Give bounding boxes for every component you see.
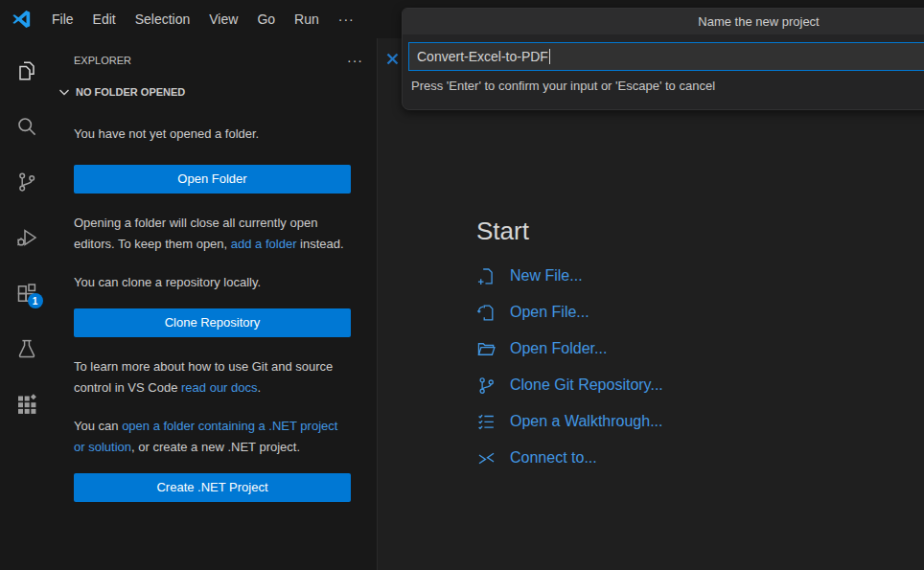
run-debug-icon[interactable]	[15, 226, 38, 249]
section-no-folder-opened[interactable]: NO FOLDER OPENED	[53, 84, 377, 100]
start-link-label: New File...	[510, 267, 583, 285]
start-walkthrough-link[interactable]: Open a Walkthrough...	[476, 403, 663, 440]
dotnet-note: You can open a folder containing a .NET …	[74, 416, 351, 458]
project-name-value: Convert-Excel-to-PDF	[417, 49, 548, 64]
start-link-label: Open File...	[510, 304, 589, 321]
apps-grid-icon[interactable]	[15, 393, 38, 416]
start-open-folder-link[interactable]: Open Folder...	[476, 331, 663, 367]
explorer-icon[interactable]	[15, 59, 38, 82]
start-link-label: Open a Walkthrough...	[510, 413, 663, 430]
walkthrough-icon	[476, 412, 497, 432]
sidebar-more-actions-icon[interactable]: ···	[347, 57, 363, 64]
menu-view[interactable]: View	[199, 7, 247, 32]
quick-input-dialog: Name the new project Convert-Excel-to-PD…	[402, 8, 924, 110]
menu-selection[interactable]: Selection	[126, 7, 200, 32]
tab-close-icon[interactable]	[386, 52, 399, 64]
project-name-input[interactable]: Convert-Excel-to-PDF	[408, 42, 924, 71]
open-folder-note: Opening a folder will close all currentl…	[74, 213, 351, 255]
start-open-file-link[interactable]: Open File...	[476, 294, 663, 331]
section-title: NO FOLDER OPENED	[76, 86, 185, 98]
explorer-sidebar: EXPLORER ··· NO FOLDER OPENED You have n…	[53, 38, 378, 570]
start-clone-git-link[interactable]: Clone Git Repository...	[476, 367, 663, 403]
add-a-folder-link[interactable]: add a folder	[231, 237, 297, 251]
extensions-icon[interactable]: 1	[15, 282, 38, 305]
chevron-down-icon	[57, 84, 72, 100]
clone-intro-text: You can clone a repository locally.	[74, 272, 351, 293]
start-link-label: Clone Git Repository...	[510, 376, 663, 394]
menu-more-icon[interactable]: ···	[329, 7, 364, 32]
create-dotnet-project-button[interactable]: Create .NET Project	[74, 473, 351, 502]
source-control-icon[interactable]	[15, 171, 38, 194]
extensions-badge: 1	[28, 293, 43, 308]
vscode-logo-icon	[0, 9, 42, 30]
git-docs-tail: .	[258, 380, 262, 395]
start-new-file-link[interactable]: New File...	[476, 258, 663, 294]
dialog-helper-text: Press 'Enter' to confirm your input or '…	[408, 71, 924, 93]
open-folder-note-tail: instead.	[296, 237, 343, 251]
open-file-icon	[476, 303, 497, 323]
menu-edit[interactable]: Edit	[83, 7, 126, 32]
git-branch-icon	[476, 376, 497, 396]
dotnet-tail: , or create a new .NET project.	[131, 440, 300, 454]
search-icon[interactable]	[15, 115, 38, 138]
start-heading: Start	[476, 217, 663, 246]
menu-go[interactable]: Go	[247, 7, 285, 32]
sidebar-title: EXPLORER	[74, 55, 131, 66]
git-docs-note: To learn more about how to use Git and s…	[74, 356, 351, 399]
dialog-title: Name the new project	[403, 9, 924, 34]
menu-file[interactable]: File	[42, 7, 83, 32]
start-link-label: Open Folder...	[510, 340, 607, 357]
start-link-label: Connect to...	[510, 449, 597, 467]
clone-repository-button[interactable]: Clone Repository	[74, 308, 351, 337]
start-connect-to-link[interactable]: Connect to...	[476, 440, 663, 476]
open-folder-icon	[476, 339, 497, 359]
connect-icon	[476, 448, 497, 468]
activity-bar: 1	[0, 38, 53, 570]
no-folder-text: You have not yet opened a folder.	[74, 124, 351, 145]
open-folder-button[interactable]: Open Folder	[74, 165, 351, 194]
read-our-docs-link[interactable]: read our docs	[181, 380, 258, 395]
text-caret	[549, 49, 550, 64]
dotnet-text: You can	[74, 419, 122, 433]
menu-run[interactable]: Run	[285, 7, 329, 32]
new-file-icon	[476, 266, 497, 286]
editor-area: Start New File... Open File... Open Fold…	[379, 38, 924, 570]
testing-icon[interactable]	[15, 337, 38, 360]
start-section: Start New File... Open File... Open Fold…	[476, 217, 663, 476]
